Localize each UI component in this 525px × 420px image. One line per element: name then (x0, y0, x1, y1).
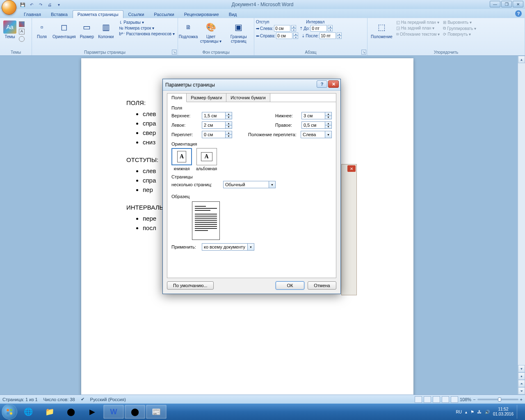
taskbar-news[interactable]: 📰 (146, 405, 167, 419)
send-back-button[interactable]: ◲На задний план ▾ (395, 25, 441, 31)
zoom-in-icon[interactable]: + (520, 397, 523, 402)
indent-right-input[interactable] (276, 32, 292, 39)
landscape-button[interactable]: A альбомная (196, 148, 217, 171)
hyphenation-button[interactable]: bª⁻Расстановка переносов ▾ (118, 31, 176, 37)
multi-pages-combo[interactable] (224, 181, 269, 188)
tab-review[interactable]: Рецензирование (179, 10, 224, 18)
left-margin-spinner[interactable]: ▲▼ (225, 122, 232, 128)
theme-colors-icon[interactable] (19, 21, 25, 27)
left-margin-input[interactable] (202, 122, 225, 128)
size-button[interactable]: ▭Размер (78, 20, 96, 40)
margins-button[interactable]: ▫Поля (34, 20, 50, 40)
zoom-out-icon[interactable]: − (473, 397, 475, 402)
status-language[interactable]: Русский (Россия) (90, 397, 126, 402)
tray-network-icon[interactable]: 🖧 (477, 410, 482, 414)
portrait-button[interactable]: A книжная (171, 148, 192, 171)
top-margin-spinner[interactable]: ▲▼ (225, 112, 232, 119)
taskbar-ie[interactable]: 🌐 (18, 405, 39, 419)
watermark-button[interactable]: 🗎Подложка (180, 20, 197, 40)
indent-left-spinner[interactable]: ▲▼ (291, 25, 296, 32)
tray-lang[interactable]: RU (456, 410, 461, 414)
tray-clock[interactable]: 11:52 01.03.2016 (493, 407, 514, 417)
page-setup-launcher[interactable]: ↘ (172, 50, 177, 55)
tab-view[interactable]: Вид (224, 10, 242, 18)
view-print-layout[interactable] (415, 396, 422, 403)
spacing-before-spinner[interactable]: ▲▼ (328, 25, 333, 32)
view-draft[interactable] (451, 396, 458, 403)
taskbar-chrome-2[interactable]: ⬤ (125, 405, 145, 419)
dlg-tab-paper[interactable]: Размер бумаги (187, 94, 226, 102)
view-web-layout[interactable] (433, 396, 440, 403)
gutter-input[interactable] (202, 131, 225, 138)
right-margin-spinner[interactable]: ▲▼ (325, 122, 331, 128)
tab-references[interactable]: Ссылки (123, 10, 149, 18)
office-button[interactable] (2, 0, 16, 15)
dialog-help-button[interactable]: ? (317, 80, 327, 88)
dialog-close-button[interactable]: ✕ (328, 80, 339, 88)
breaks-button[interactable]: ⤹Разрывы ▾ (118, 20, 176, 25)
vertical-scrollbar[interactable]: ▲ ▼ ● ⏶ ⏷ (518, 56, 525, 395)
indent-left-input[interactable] (274, 25, 290, 32)
scroll-up-icon[interactable]: ▲ (518, 56, 525, 63)
text-wrap-button[interactable]: ⧈Обтекание текстом ▾ (395, 31, 441, 37)
zoom-level[interactable]: 108% (460, 397, 471, 402)
maximize-button[interactable]: ❐ (501, 1, 512, 7)
status-proofing-icon[interactable]: ✔ (81, 397, 84, 402)
zoom-slider[interactable] (477, 399, 518, 400)
bottom-margin-spinner[interactable]: ▲▼ (325, 112, 331, 119)
view-outline[interactable] (442, 396, 449, 403)
qat-undo-icon[interactable]: ↶ (28, 1, 35, 8)
qat-print-icon[interactable]: 🖨 (46, 1, 53, 8)
theme-effects-icon[interactable] (19, 36, 25, 42)
line-numbers-button[interactable]: №Номера строк ▾ (118, 25, 176, 31)
minimize-button[interactable]: — (490, 1, 500, 7)
gutter-spinner[interactable]: ▲▼ (225, 131, 232, 138)
status-words[interactable]: Число слов: 38 (43, 397, 75, 402)
qat-preview-icon[interactable]: ▾ (55, 1, 62, 8)
tab-mailings[interactable]: Рассылки (149, 10, 179, 18)
tab-home[interactable]: Главная (19, 10, 46, 18)
indent-right-spinner[interactable]: ▲▼ (293, 32, 298, 39)
tab-insert[interactable]: Вставка (46, 10, 73, 18)
right-margin-input[interactable] (302, 122, 325, 128)
dlg-tab-source[interactable]: Источник бумаги (226, 94, 270, 102)
themes-button[interactable]: Aa Темы (2, 20, 18, 40)
theme-fonts-icon[interactable]: A (19, 29, 25, 34)
help-icon[interactable]: ? (515, 10, 522, 17)
taskbar-explorer[interactable]: 📁 (39, 405, 60, 419)
dlg-tab-margins[interactable]: Поля (167, 94, 187, 102)
top-margin-input[interactable] (202, 112, 225, 119)
tab-page-layout[interactable]: Разметка страницы (73, 10, 123, 18)
spacing-before-input[interactable] (310, 25, 327, 32)
browse-object-icon[interactable]: ● (518, 372, 525, 380)
gutter-pos-combo[interactable] (301, 131, 325, 138)
multi-pages-dropdown-icon[interactable]: ▼ (269, 181, 275, 188)
paragraph-launcher[interactable]: ↘ (361, 50, 366, 55)
status-page[interactable]: Страница: 1 из 1 (2, 397, 38, 402)
close-button[interactable]: ✕ (513, 1, 523, 7)
group-button[interactable]: ⧉Группировать ▾ (442, 25, 477, 31)
page-color-button[interactable]: 🎨Цвет страницы ▾ (198, 20, 224, 44)
qat-save-icon[interactable]: 💾 (19, 1, 26, 8)
view-full-screen[interactable] (424, 396, 431, 403)
tray-show-hidden-icon[interactable]: ▴ (465, 410, 467, 414)
ok-button[interactable]: ОК (276, 281, 304, 290)
tray-flag-icon[interactable]: ⚑ (470, 410, 474, 414)
orientation-button[interactable]: ◻Ориентация (51, 20, 78, 40)
cancel-button[interactable]: Отмена (308, 281, 336, 290)
start-button[interactable] (2, 404, 17, 420)
qat-redo-icon[interactable]: ↷ (37, 1, 44, 8)
scroll-down-icon[interactable]: ▼ (518, 365, 525, 372)
align-button[interactable]: ⊞Выровнять ▾ (442, 20, 477, 25)
tray-volume-icon[interactable]: 🔊 (485, 410, 490, 414)
bring-front-button[interactable]: ◱На передний план ▾ (395, 20, 441, 25)
spacing-after-input[interactable] (320, 32, 336, 39)
apply-to-combo[interactable] (202, 244, 247, 250)
taskbar-chrome[interactable]: ⬤ (61, 405, 81, 419)
gutter-pos-dropdown-icon[interactable]: ▼ (325, 131, 331, 138)
spacing-after-spinner[interactable]: ▲▼ (337, 32, 342, 39)
show-desktop-button[interactable] (517, 405, 520, 419)
next-page-icon[interactable]: ⏷ (518, 387, 525, 395)
default-button[interactable]: По умолчанию... (167, 281, 214, 290)
bg-close-icon[interactable]: ✕ (347, 165, 356, 172)
